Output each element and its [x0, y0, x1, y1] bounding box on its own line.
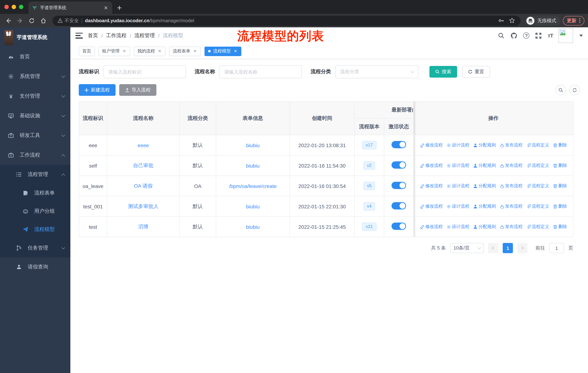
sidebar-item-leave-query[interactable]: 请假查询 — [0, 258, 70, 276]
process-key-input[interactable] — [104, 65, 186, 78]
form-info-link[interactable]: biubiu — [246, 163, 260, 169]
breadcrumb-home[interactable]: 首页 — [88, 32, 98, 39]
update-browser-button[interactable]: 更新 — [563, 16, 584, 25]
process-name-link[interactable]: 测试多审批人 — [128, 203, 158, 209]
address-bar[interactable]: 不安全 dashboard.yudao.iocoder.cn/bpm/manag… — [52, 15, 521, 26]
action-publish-link[interactable]: 发布流程 — [500, 162, 523, 169]
process-name-input[interactable] — [220, 65, 302, 78]
action-edit-link[interactable]: 修改流程 — [420, 162, 443, 169]
process-name-link[interactable]: 滔博 — [138, 223, 148, 229]
font-size-icon[interactable]: ᴛT — [548, 32, 553, 39]
breadcrumb-workflow[interactable]: 工作流程 — [106, 32, 126, 39]
form-info-link[interactable]: biubiu — [246, 142, 260, 148]
create-process-button[interactable]: 新建流程 — [79, 84, 116, 96]
process-name-link[interactable]: eeee — [138, 142, 149, 148]
new-tab-button[interactable] — [115, 3, 124, 12]
action-publish-link[interactable]: 发布流程 — [500, 224, 523, 230]
action-setting-link[interactable]: 设计流程 — [446, 203, 469, 210]
show-search-icon[interactable] — [556, 85, 566, 95]
action-setting-link[interactable]: 设计流程 — [446, 224, 469, 230]
form-info-link[interactable]: /bpm/oa/leave/create — [229, 183, 277, 189]
refresh-icon[interactable] — [569, 85, 580, 95]
category-select[interactable]: 流程分类 — [335, 65, 419, 78]
sidebar-item-home[interactable]: 首页 — [0, 47, 70, 67]
close-icon[interactable]: ✕ — [122, 49, 126, 53]
sidebar-item-process-model[interactable]: 流程模型 — [0, 220, 70, 239]
action-link-link[interactable]: 流程定义 — [526, 224, 549, 230]
tag-process-model[interactable]: 流程模型✕ — [205, 46, 241, 56]
not-secure-warning[interactable]: 不安全 — [58, 17, 79, 24]
action-user-link[interactable]: 分配规则 — [473, 162, 496, 169]
close-icon[interactable]: ✕ — [233, 49, 238, 53]
password-key-icon[interactable] — [497, 17, 504, 24]
action-user-link[interactable]: 分配规则 — [473, 183, 496, 189]
action-setting-link[interactable]: 设计流程 — [446, 183, 469, 189]
tag-process-form[interactable]: 流程表单✕ — [169, 46, 201, 56]
action-link-link[interactable]: 流程定义 — [526, 162, 549, 169]
avatar[interactable] — [558, 28, 573, 43]
reload-icon[interactable] — [27, 16, 36, 25]
action-edit-link[interactable]: 修改流程 — [420, 183, 443, 189]
action-delete-link[interactable]: 删除 — [553, 162, 567, 169]
action-delete-link[interactable]: 删除 — [553, 142, 567, 148]
action-setting-link[interactable]: 设计流程 — [446, 162, 469, 169]
action-link-link[interactable]: 流程定义 — [526, 203, 549, 210]
sidebar-item-devtools[interactable]: 研发工具 — [0, 126, 70, 145]
action-link-link[interactable]: 流程定义 — [526, 142, 549, 148]
search-icon[interactable] — [498, 32, 505, 39]
action-edit-link[interactable]: 修改流程 — [420, 224, 443, 230]
action-delete-link[interactable]: 删除 — [553, 224, 567, 230]
next-page-button[interactable] — [517, 243, 527, 253]
sidebar-item-payment[interactable]: ¥ 支付管理 — [0, 86, 70, 106]
sidebar-item-infra[interactable]: 基础设施 — [0, 106, 70, 126]
browser-menu-icon[interactable] — [579, 18, 580, 23]
tag-my-process[interactable]: 我的流程✕ — [134, 46, 166, 56]
back-icon[interactable] — [4, 16, 13, 25]
page-1-button[interactable]: 1 — [503, 243, 513, 253]
sidebar-item-workflow[interactable]: 工作流程 — [0, 145, 70, 165]
process-name-link[interactable]: 自己审批 — [133, 162, 153, 168]
bookmark-star-icon[interactable] — [508, 17, 515, 24]
action-user-link[interactable]: 分配规则 — [473, 224, 496, 230]
search-button[interactable]: 搜索 — [430, 66, 457, 78]
close-icon[interactable]: ✕ — [193, 49, 197, 53]
action-edit-link[interactable]: 修改流程 — [420, 203, 443, 210]
active-toggle[interactable] — [391, 222, 406, 230]
goto-page-input[interactable] — [549, 243, 564, 253]
page-size-select[interactable]: 10条/页 — [450, 243, 484, 253]
prev-page-button[interactable] — [488, 243, 498, 253]
sidebar-item-process-form[interactable]: 流程表单 — [0, 184, 70, 202]
zoom-window-button[interactable] — [19, 5, 23, 9]
active-toggle[interactable] — [391, 202, 406, 210]
reset-button[interactable]: 重置 — [462, 66, 490, 78]
action-publish-link[interactable]: 发布流程 — [500, 142, 523, 148]
action-publish-link[interactable]: 发布流程 — [500, 183, 523, 189]
sidebar-item-process-mgmt[interactable]: 流程管理 — [0, 165, 70, 184]
tag-tenant[interactable]: 租户管理✕ — [98, 46, 130, 56]
github-icon[interactable] — [511, 32, 518, 39]
avatar-caret-icon[interactable] — [579, 34, 583, 37]
home-icon[interactable] — [39, 16, 48, 25]
tab-close-icon[interactable] — [103, 5, 109, 10]
breadcrumb-process-mgmt[interactable]: 流程管理 — [135, 32, 155, 39]
import-process-button[interactable]: 导入流程 — [119, 84, 156, 96]
action-user-link[interactable]: 分配规则 — [473, 203, 496, 210]
minimize-window-button[interactable] — [12, 5, 16, 9]
forward-icon[interactable] — [15, 16, 25, 25]
fullscreen-icon[interactable] — [535, 32, 542, 39]
action-delete-link[interactable]: 删除 — [553, 203, 567, 210]
sidebar-item-system[interactable]: 系统管理 — [0, 67, 70, 86]
tag-home[interactable]: 首页 — [79, 46, 95, 56]
action-delete-link[interactable]: 删除 — [553, 183, 567, 189]
sidebar-item-user-group[interactable]: 用户分组 — [0, 202, 70, 220]
action-setting-link[interactable]: 设计流程 — [446, 142, 469, 148]
form-info-link[interactable]: biubiu — [246, 203, 260, 209]
sidebar-item-task-mgmt[interactable]: 任务管理 — [0, 239, 70, 258]
active-toggle[interactable] — [391, 141, 406, 148]
active-toggle[interactable] — [391, 161, 406, 169]
action-edit-link[interactable]: 修改流程 — [420, 142, 443, 148]
close-icon[interactable]: ✕ — [158, 49, 162, 53]
collapse-sidebar-icon[interactable] — [75, 33, 83, 39]
form-info-link[interactable]: biubiu — [246, 224, 260, 230]
close-window-button[interactable] — [4, 5, 9, 9]
